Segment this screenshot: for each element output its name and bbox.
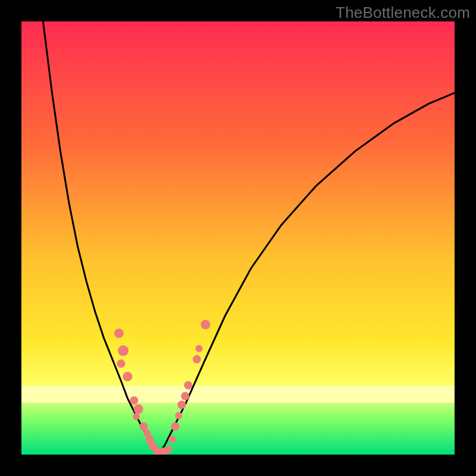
data-point [177, 400, 186, 409]
data-point [133, 413, 140, 420]
data-point [184, 381, 192, 390]
bottleneck-curve-chart [21, 21, 455, 455]
data-point [193, 355, 201, 364]
data-point [117, 359, 125, 368]
data-point [195, 345, 202, 352]
watermark-text: TheBottleneck.com [336, 4, 470, 22]
data-point [139, 422, 148, 431]
gradient-background [21, 21, 455, 455]
plot-area [21, 21, 455, 455]
data-point [130, 396, 138, 405]
data-point [165, 446, 173, 453]
data-point [175, 412, 182, 419]
data-point [134, 405, 143, 414]
data-point [118, 345, 129, 356]
chart-container: TheBottleneck.com [0, 0, 476, 476]
data-point [201, 320, 210, 330]
data-point [114, 328, 124, 338]
data-point [123, 372, 132, 381]
data-point [181, 392, 189, 400]
data-point [171, 422, 179, 431]
data-point [168, 436, 176, 443]
